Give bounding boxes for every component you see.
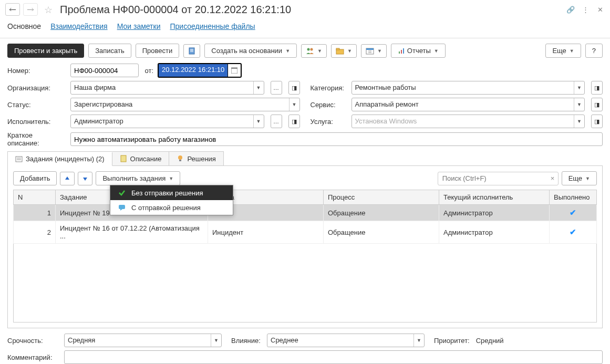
svg-point-5 [311, 48, 313, 50]
post-and-close-button[interactable]: Провести и закрыть [7, 44, 84, 58]
more-vertical-icon[interactable]: ⋮ [581, 5, 590, 14]
executor-value: Администратор [71, 115, 253, 128]
menu-item-with-send[interactable]: С отправкой решения [110, 200, 233, 215]
urgency-value: Средняя [65, 334, 211, 347]
col-n[interactable]: N [14, 190, 56, 205]
tab-files[interactable]: Присоединенные файлы [170, 20, 255, 34]
tab-interactions[interactable]: Взаимодействия [50, 20, 108, 34]
category-value: Ремонтные работы [352, 81, 574, 94]
ellipsis-button[interactable]: … [271, 115, 282, 128]
comment-label: Комментарий: [7, 353, 60, 361]
link-icon[interactable]: 🔗 [566, 5, 575, 14]
service-select[interactable]: Аппаратный ремонт ▼ [351, 98, 585, 111]
chevron-down-icon[interactable]: ▼ [574, 98, 584, 111]
service-item-label: Услуга: [311, 118, 347, 126]
urgency-select[interactable]: Средняя ▼ [64, 334, 222, 347]
service-item-placeholder: Установка Windows [352, 115, 574, 128]
open-button[interactable]: ◨ [288, 115, 300, 128]
chevron-down-icon[interactable]: ▼ [574, 115, 584, 128]
reports-label: Отчеты [407, 47, 431, 55]
move-down-button[interactable] [78, 172, 92, 185]
chevron-down-icon[interactable]: ▼ [211, 334, 221, 347]
post-button[interactable]: Провести [136, 44, 180, 58]
tasks-more-button[interactable]: Еще▼ [562, 171, 597, 185]
open-button[interactable]: ◨ [591, 98, 603, 111]
create-from-button[interactable]: Создать на основании▼ [204, 44, 297, 58]
move-up-button[interactable] [60, 172, 75, 185]
more-button[interactable]: Еще▼ [545, 44, 581, 58]
open-button[interactable]: ◨ [591, 115, 603, 128]
calendar-icon-button[interactable]: ▼ [361, 44, 387, 58]
priority-label: Приоритет: [434, 337, 470, 345]
open-button[interactable]: ◨ [591, 81, 603, 95]
status-label: Статус: [7, 101, 66, 109]
bulb-icon [177, 155, 184, 162]
category-select[interactable]: Ремонтные работы ▼ [351, 81, 585, 95]
executor-label: Исполнитель: [7, 118, 66, 126]
tab-main[interactable]: Основное [7, 20, 41, 34]
tab-notes[interactable]: Мои заметки [117, 20, 161, 34]
chevron-down-icon[interactable]: ▼ [253, 81, 264, 94]
chevron-down-icon[interactable]: ▼ [574, 81, 584, 94]
status-value: Зарегистрирована [71, 98, 289, 111]
svg-rect-17 [16, 157, 22, 162]
table-row[interactable]: 1Инцидент № 19ентОбращениеАдминистратор✔ [14, 205, 597, 221]
svg-rect-22 [179, 160, 181, 161]
svg-rect-0 [189, 48, 194, 54]
close-icon[interactable]: ✕ [595, 5, 605, 14]
users-icon-button[interactable]: ▼ [301, 44, 327, 58]
folder-icon-button[interactable]: ▼ [331, 44, 357, 58]
number-label: Номер: [7, 67, 66, 75]
col-executor[interactable]: Текущий исполнитель [439, 190, 550, 205]
execute-tasks-button[interactable]: Выполнить задания▼ [96, 171, 180, 185]
svg-rect-20 [121, 155, 126, 162]
org-value: Наша фирма [71, 81, 253, 94]
menu-item-no-send[interactable]: Без отправки решения [110, 185, 233, 200]
back-button[interactable]: 🡐 [5, 3, 20, 16]
calendar-icon[interactable] [228, 64, 241, 77]
help-button[interactable]: ? [585, 44, 603, 58]
chevron-down-icon[interactable]: ▼ [289, 98, 299, 111]
service-item-select[interactable]: Установка Windows ▼ [351, 115, 585, 128]
col-done[interactable]: Выполнено [550, 190, 597, 205]
add-button[interactable]: Добавить [13, 171, 57, 185]
date-input[interactable]: 20.12.2022 16:21:10 [158, 63, 242, 78]
forward-button[interactable]: 🡒 [23, 3, 38, 16]
svg-rect-23 [119, 205, 125, 209]
chevron-down-icon[interactable]: ▼ [413, 334, 424, 347]
category-label: Категория: [311, 84, 347, 92]
execute-dropdown: Без отправки решения С отправкой решения [110, 185, 233, 215]
ellipsis-button[interactable]: … [271, 81, 282, 95]
subtab-tasks[interactable]: Задания (инциденты) (2) [8, 152, 112, 166]
list-icon [15, 155, 23, 163]
svg-point-21 [178, 155, 182, 160]
status-select[interactable]: Зарегистрирована ▼ [70, 98, 300, 111]
desc-input[interactable] [70, 132, 603, 146]
impact-value: Среднее [267, 334, 413, 347]
subtab-solutions[interactable]: Решения [169, 152, 223, 165]
save-button[interactable]: Записать [88, 44, 131, 58]
table-row[interactable]: 2Инцидент № 16 от 07.12.22 (Автоматизаци… [14, 221, 597, 244]
done-check-icon: ✔ [554, 227, 592, 237]
subtab-description[interactable]: Описание [112, 152, 170, 165]
chevron-down-icon[interactable]: ▼ [253, 115, 264, 128]
impact-select[interactable]: Среднее ▼ [267, 334, 425, 347]
number-input[interactable] [70, 64, 139, 77]
favorite-star-icon[interactable]: ☆ [44, 4, 55, 15]
impact-label: Влияние: [231, 337, 263, 345]
search-box[interactable]: × [438, 172, 559, 185]
desc-label: Краткое описание: [7, 131, 66, 147]
open-button[interactable]: ◨ [288, 81, 300, 95]
org-select[interactable]: Наша фирма ▼ [70, 81, 264, 95]
urgency-label: Срочность: [7, 337, 60, 345]
org-label: Организация: [7, 84, 66, 92]
svg-rect-14 [403, 48, 404, 54]
search-input[interactable] [438, 172, 547, 184]
col-process[interactable]: Процесс [324, 190, 439, 205]
document-icon-button[interactable] [183, 44, 200, 58]
grid-empty-area [13, 244, 597, 323]
executor-select[interactable]: Администратор ▼ [70, 115, 264, 128]
comment-input[interactable] [64, 350, 603, 364]
reports-button[interactable]: Отчеты▼ [391, 44, 446, 58]
clear-search-icon[interactable]: × [547, 174, 558, 182]
